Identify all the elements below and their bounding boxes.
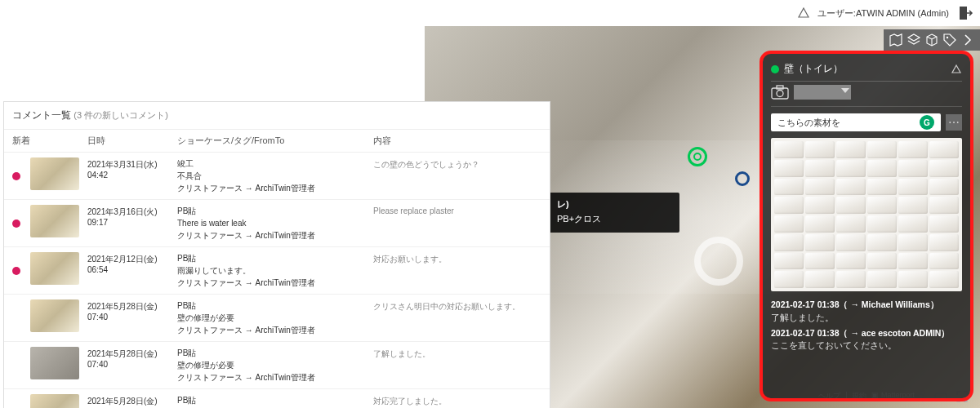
svg-point-1 [947, 37, 948, 38]
brand-triangle-icon [798, 7, 809, 19]
message-header: 2021-02-17 01:38（ → ace escoton ADMIN） [771, 327, 962, 340]
layers-icon[interactable] [906, 33, 921, 47]
row-date: 2021年2月12日(金) 06:54 [87, 252, 177, 274]
new-dot-icon [12, 267, 20, 275]
thumbnail-image [30, 157, 79, 190]
thumbnail-image [30, 205, 79, 237]
svg-rect-4 [777, 86, 783, 89]
row-body: 了解しました。 [373, 347, 541, 360]
material-dropdown[interactable] [794, 85, 851, 100]
viewer-tooltip: レ) PB+クロス [549, 193, 679, 233]
row-showcase: PB貼壁の修理が必要クリストファース → ArchiTwin管理者 [177, 347, 373, 384]
thumbnail-image [30, 299, 79, 332]
message-header: 2021-02-17 01:38（ → Michael Williams） [771, 299, 962, 312]
row-showcase: PB貼壁の修理が必要クリストファース → ArchiTwin管理者 [177, 299, 373, 336]
row-showcase: PB貼There is water leakクリストファース → ArchiTw… [177, 205, 373, 242]
row-body: クリスさん明日中の対応お願いします。 [373, 299, 541, 313]
thumbnail-image [30, 394, 79, 408]
tag-icon[interactable] [942, 33, 957, 47]
row-date: 2021年3月31日(水) 04:42 [87, 157, 177, 180]
message-body: ここを直しておいてください。 [771, 339, 962, 353]
table-row[interactable]: 2021年5月28日(金) 07:40PB貼壁の修理が必要クリストファース → … [4, 342, 550, 389]
detail-panel-title: 壁（トイレ） [784, 62, 946, 76]
floor-navigation-ring[interactable] [694, 237, 743, 286]
row-body: Please replace plaster [373, 205, 541, 215]
table-row[interactable]: 2021年5月28日(金) 07:40PB貼壁の修理が必要クリストファース → … [4, 295, 550, 342]
detail-side-panel: 壁（トイレ） G ⋯ 2021-02-17 01:38（ → Michael W… [760, 51, 973, 401]
svg-point-3 [777, 91, 783, 97]
more-options-button[interactable]: ⋯ [946, 114, 962, 131]
comment-list-panel: コメント一覧 (3 件の新しいコメント) 新着 日時 ショーケース/タグ/Fro… [3, 101, 550, 408]
row-showcase: PB貼壁の修理が必要クリストファース → ArchiTwin管理者 [177, 394, 373, 408]
new-dot-icon [12, 220, 20, 228]
row-body: 対応完了しました。 [373, 394, 541, 407]
message-body: 了解しました。 [771, 312, 962, 325]
thumbnail-image [30, 347, 79, 379]
row-date: 2021年3月16日(火) 09:17 [87, 205, 177, 227]
comment-panel-title: コメント一覧 (3 件の新しいコメント) [4, 102, 550, 130]
viewer-toolbar [884, 29, 980, 51]
row-date: 2021年5月28日(金) 07:40 [87, 299, 177, 322]
cube-icon[interactable] [924, 33, 939, 47]
marker-green-icon[interactable] [688, 147, 707, 166]
row-date: 2021年5月28日(金) 07:40 [87, 394, 177, 408]
map-icon[interactable] [889, 33, 903, 47]
comment-input[interactable] [771, 113, 941, 131]
table-row[interactable]: 2021年5月28日(金) 07:40PB貼壁の修理が必要クリストファース → … [4, 389, 550, 408]
table-row[interactable]: 2021年2月12日(金) 06:54PB貼雨漏りしています。クリストファース … [4, 247, 550, 295]
chevron-right-icon[interactable] [960, 33, 975, 47]
row-date: 2021年5月28日(金) 07:40 [87, 347, 177, 369]
material-preview-image [771, 138, 962, 291]
table-row[interactable]: 2021年3月16日(火) 09:17PB貼There is water lea… [4, 200, 550, 247]
detail-message-list: 2021-02-17 01:38（ → Michael Williams）了解し… [771, 296, 962, 355]
camera-icon[interactable] [771, 85, 789, 100]
row-showcase: PB貼雨漏りしています。クリストファース → ArchiTwin管理者 [177, 252, 373, 289]
user-label: ユーザー:ATWIN ADMIN (Admin) [817, 7, 949, 20]
collapse-triangle-icon[interactable] [951, 64, 962, 75]
status-dot-icon [771, 65, 779, 73]
svg-rect-0 [960, 7, 967, 20]
comment-table-header: 新着 日時 ショーケース/タグ/FromTo 内容 [4, 130, 550, 153]
logout-icon[interactable] [957, 5, 973, 21]
row-body: この壁の色どうでしょうか？ [373, 157, 541, 171]
row-body: 対応お願いします。 [373, 252, 541, 265]
marker-blue-icon[interactable] [735, 171, 750, 186]
thumbnail-image [30, 252, 79, 285]
row-showcase: 竣工不具合クリストファース → ArchiTwin管理者 [177, 157, 373, 194]
table-row[interactable]: 2021年3月31日(水) 04:42竣工不具合クリストファース → Archi… [4, 153, 550, 200]
new-dot-icon [12, 172, 20, 180]
grammar-badge-icon[interactable]: G [920, 115, 934, 130]
